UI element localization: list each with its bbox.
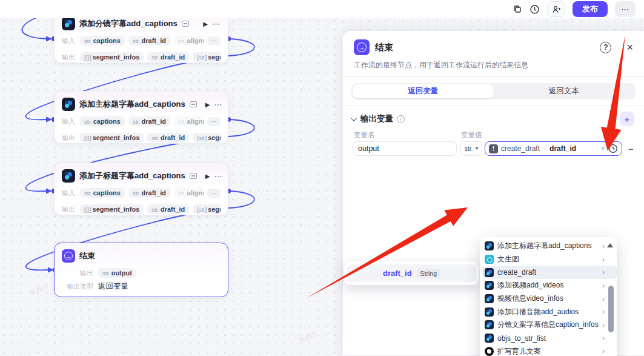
node-run-icon[interactable]: ▶ [203,21,208,27]
field-submenu: draft_id String [344,261,479,285]
param-pill: int. alignment [174,116,204,126]
duplicate-icon[interactable] [513,4,522,14]
workflow-dark-icon [485,268,494,277]
history-icon[interactable] [529,4,540,15]
remove-variable-button[interactable]: − [628,144,634,154]
chevron-right-icon: › [602,321,605,329]
watermark: 米检AI [297,328,319,345]
param-pill: str. captions [80,188,125,198]
param-pill: str. draft_id [147,133,189,143]
node-more-button[interactable]: ⋯ [214,172,223,181]
collaborators-button[interactable] [547,1,565,17]
dropdown-item[interactable]: 文生图 › [482,253,617,266]
param-pill: [{}] segment_infos [80,52,144,62]
param-pill: int. alignment [174,188,204,198]
variable-value-label: 变量值 [461,130,482,139]
warning-icon: ! [489,144,498,153]
help-icon[interactable]: ? [600,42,611,53]
publish-button[interactable]: 发布 [573,1,608,17]
param-pill: str. draft_id [147,52,189,62]
param-pill: [{}] segment_infos [80,133,144,143]
chevron-right-icon: › [602,307,605,316]
return-mode-tabs: 返回变量 返回文本 [351,83,636,99]
variable-name-input[interactable] [353,141,457,156]
params-overflow-button[interactable]: ⋯ [207,189,221,198]
ref-field: draft_id [549,144,576,153]
params-overflow-button[interactable]: ⋯ [207,117,221,126]
workflow-dark-icon [485,294,494,303]
chevron-right-icon: › [602,268,605,277]
workflow-dark-icon [485,334,494,343]
param-pill: int. alignment [174,36,204,45]
dropdown-item[interactable]: objs_to_str_list › [482,332,617,345]
chevron-down-icon [475,147,479,150]
node-more-button[interactable]: ⋯ [212,19,221,29]
field-option-draft-id[interactable]: draft_id String [347,264,476,282]
plugin-black-icon [485,347,494,356]
chevron-right-icon: › [602,347,605,355]
workflow-node-end[interactable]: 结束 输出 str. output 输出类型 返回变量 [54,243,228,297]
dropdown-item[interactable]: 分镜文案字幕信息caption_infos › [482,318,617,332]
node-note-icon [190,173,197,179]
node-icon [62,98,75,111]
node-more-button[interactable]: ⋯ [214,100,223,109]
chevron-down-icon[interactable] [351,115,357,121]
param-pill: str. draft_id [128,188,170,198]
dropdown-item[interactable]: 添加口播音频add_audios › [482,305,617,318]
scrollbar-thumb[interactable] [608,286,614,332]
param-pill: str. captions [80,36,125,45]
param-pill: str. output [98,268,136,278]
variable-name-label: 变量名 [354,130,375,139]
variable-type-select[interactable]: str. [460,141,482,156]
param-pill: str. captions [80,116,125,126]
node-run-icon[interactable]: ▶ [205,173,210,180]
tab-return-text[interactable]: 返回文本 [494,84,635,98]
close-icon[interactable]: × [626,41,633,54]
node-run-icon[interactable]: ▶ [205,101,210,108]
section-title: 输出变量 [360,113,393,124]
add-variable-button[interactable]: + [620,112,634,126]
node-title: 结束 [79,250,95,261]
node-title: 添加主标题字幕add_captions [79,99,185,110]
ref-source: create_draft [501,144,540,153]
type-badge: String [417,269,440,278]
chevron-right-icon: › [602,334,605,343]
params-overflow-button[interactable]: ⋯ [207,36,221,45]
param-pill: str. draft_id [128,36,170,45]
workflow-dark-icon [485,307,494,317]
node-icon [62,17,75,30]
dropdown-item[interactable]: create_draft › [482,266,617,279]
scroll-up-icon[interactable] [607,243,613,247]
dropdown-item[interactable]: 扩写育儿文案 › [482,345,617,356]
node-icon [62,169,75,183]
panel-description: 工作流的最终节点，用于返回工作流运行后的结果信息 [343,55,644,77]
node-title: 添加子标题字幕add_captions [79,170,185,181]
chevron-right-icon: › [602,255,605,264]
watermark: 米检AI [28,281,50,298]
clear-icon[interactable]: × [601,144,605,153]
workflow-node[interactable]: 添加主标题字幕add_captions ▶ ⋯ 输入 str. captions… [54,91,228,144]
toolbar-more-button[interactable]: ⋯ [615,1,636,17]
param-pill: [str] segment_ids [193,204,221,214]
end-node-icon [354,39,370,55]
dropdown-item[interactable]: 添加视频add_videos › [482,279,617,292]
end-node-icon [62,249,75,263]
reference-dropdown: 添加主标题字幕add_captions › 文生图 › create_draft… [480,237,617,356]
param-pill: [{}] segment_infos [80,204,144,214]
node-note-icon [182,21,189,27]
chevron-right-icon: › [602,295,605,303]
variable-value-field[interactable]: ! create_draft · draft_id × [485,141,622,156]
chevron-right-icon: › [602,242,605,250]
clock-icon[interactable] [608,144,618,153]
end-node-config-panel: 结束 ? × 工作流的最终节点，用于返回工作流运行后的结果信息 返回变量 返回文… [342,30,644,356]
end-type-label: 输出类型 [62,282,93,291]
chevron-right-icon: › [602,281,605,290]
image-gen-teal-icon [485,255,494,264]
dropdown-item[interactable]: 添加主标题字幕add_captions › [482,240,617,253]
param-pill: [str] segment_ids [193,133,221,143]
workflow-node[interactable]: 添加分镜字幕add_captions ▶ ⋯ 输入 str. captions … [54,10,228,63]
node-note-icon [190,101,197,107]
dropdown-item[interactable]: 视频信息video_infos › [482,292,617,306]
workflow-node[interactable]: 添加子标题字幕add_captions ▶ ⋯ 输入 str. captions… [54,163,228,215]
tab-return-variables[interactable]: 返回变量 [353,84,494,98]
